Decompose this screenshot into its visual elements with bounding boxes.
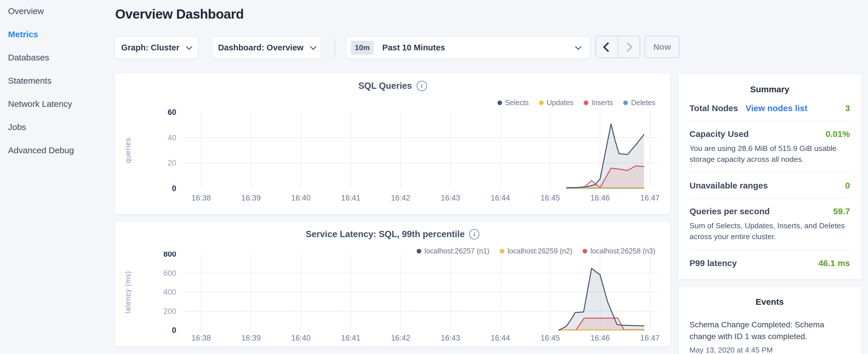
svg-text:16:41: 16:41 <box>341 334 361 342</box>
svg-text:16:38: 16:38 <box>191 334 211 342</box>
now-button[interactable]: Now <box>645 36 679 58</box>
svg-text:16:45: 16:45 <box>540 334 560 342</box>
svg-text:0: 0 <box>172 326 176 334</box>
sidebar-item-statements[interactable]: Statements <box>0 69 115 92</box>
summary-row-queries-per-second: Queries per second 59.7 Sum of Selects, … <box>689 198 850 250</box>
summary-label: Queries per second <box>689 206 770 216</box>
chevron-down-icon <box>575 43 582 50</box>
legend-item-inserts: Inserts <box>584 99 613 107</box>
legend-label: Inserts <box>591 99 613 107</box>
controls-divider <box>335 38 335 57</box>
summary-value: 3 <box>845 103 850 113</box>
chevron-down-icon <box>310 43 317 50</box>
sql-queries-chart[interactable]: 020406016:3816:3916:4016:4116:4216:4316:… <box>115 108 671 215</box>
sql-queries-chart-title: SQL Queries <box>358 81 412 91</box>
svg-text:16:40: 16:40 <box>291 194 311 202</box>
sidebar: Overview Metrics Databases Statements Ne… <box>0 0 115 162</box>
time-window-label: Past 10 Minutes <box>382 43 445 53</box>
view-nodes-list-link[interactable]: View nodes list <box>745 103 807 113</box>
legend-item-deletes: Deletes <box>623 99 655 107</box>
service-latency-chart-panel: Service Latency: SQL, 99th percentile lo… <box>115 221 671 347</box>
time-window-pager <box>595 36 640 58</box>
legend-dot-icon <box>623 100 628 105</box>
graph-scope-dropdown-label: Graph: Cluster <box>121 43 179 53</box>
svg-text:16:39: 16:39 <box>241 334 261 342</box>
summary-label: P99 latency <box>689 258 737 268</box>
summary-value: 0 <box>845 181 850 190</box>
dashboard-dropdown[interactable]: Dashboard: Overview <box>212 37 321 58</box>
svg-text:200: 200 <box>163 307 176 316</box>
summary-label: Unavailable ranges <box>689 181 768 190</box>
summary-subtext: You are using 28.6 MiB of 515.9 GiB usab… <box>689 143 850 165</box>
sql-queries-legend: SelectsUpdatesInsertsDeletes <box>497 99 655 107</box>
summary-subtext: Sum of Selects, Updates, Inserts, and De… <box>689 221 850 242</box>
svg-text:16:46: 16:46 <box>590 334 610 342</box>
info-icon[interactable] <box>469 229 479 239</box>
svg-text:16:39: 16:39 <box>241 194 261 202</box>
svg-text:600: 600 <box>163 269 176 278</box>
graph-scope-dropdown[interactable]: Graph: Cluster <box>115 37 198 58</box>
sidebar-item-overview[interactable]: Overview <box>0 0 115 23</box>
legend-label: Deletes <box>631 99 655 107</box>
sidebar-item-metrics[interactable]: Metrics <box>0 23 115 46</box>
time-window-badge: 10m <box>351 41 374 55</box>
legend-dot-icon <box>539 100 544 105</box>
service-latency-chart-title: Service Latency: SQL, 99th percentile <box>306 229 465 239</box>
summary-panel: Summary Total Nodes View nodes list 3 Ca… <box>678 74 862 280</box>
time-window-dropdown[interactable]: 10m Past 10 Minutes <box>346 37 590 58</box>
time-window-prev-button[interactable] <box>596 36 618 58</box>
svg-text:queries: queries <box>124 138 132 163</box>
chevron-right-icon <box>623 42 633 52</box>
legend-dot-icon <box>584 100 588 105</box>
sidebar-item-jobs[interactable]: Jobs <box>0 116 115 139</box>
sidebar-item-network-latency[interactable]: Network Latency <box>0 92 115 116</box>
legend-item-selects: Selects <box>497 99 529 107</box>
svg-text:16:41: 16:41 <box>341 194 361 202</box>
summary-label: Capacity Used <box>689 129 749 139</box>
sql-queries-chart-panel: SQL Queries SelectsUpdatesInsertsDeletes… <box>115 73 671 214</box>
svg-text:latency (ms): latency (ms) <box>124 271 132 313</box>
summary-value: 46.1 ms <box>818 258 850 268</box>
chevron-left-icon <box>603 42 613 52</box>
svg-text:16:40: 16:40 <box>291 334 311 342</box>
svg-text:0: 0 <box>172 184 176 193</box>
legend-label: Updates <box>547 99 574 107</box>
dashboard-dropdown-label: Dashboard: Overview <box>218 43 304 53</box>
legend-label: Selects <box>505 99 529 107</box>
events-title: Events <box>678 297 861 307</box>
summary-row-total-nodes: Total Nodes View nodes list 3 <box>689 95 850 121</box>
svg-text:16:47: 16:47 <box>640 194 660 202</box>
info-icon[interactable] <box>417 81 427 91</box>
sidebar-item-databases[interactable]: Databases <box>0 46 115 69</box>
page-title: Overview Dashboard <box>115 6 244 22</box>
svg-text:16:44: 16:44 <box>491 334 510 342</box>
svg-text:16:46: 16:46 <box>590 194 610 202</box>
svg-text:16:42: 16:42 <box>391 194 410 202</box>
event-list-item: Schema Change Completed: Schema change w… <box>678 319 861 354</box>
legend-dot-icon <box>497 100 502 105</box>
event-timestamp: May 13, 2020 at 4:45 PM <box>689 346 850 354</box>
svg-text:16:47: 16:47 <box>640 334 660 342</box>
sidebar-item-advanced-debug[interactable]: Advanced Debug <box>0 139 115 162</box>
svg-text:400: 400 <box>163 288 176 296</box>
time-window-next-button[interactable] <box>618 36 640 58</box>
event-text: Schema Change Completed: Schema change w… <box>689 319 850 343</box>
svg-text:20: 20 <box>168 159 176 167</box>
svg-text:16:45: 16:45 <box>540 194 560 202</box>
service-latency-chart[interactable]: 020040060080016:3816:3916:4016:4116:4216… <box>115 252 671 347</box>
summary-row-unavailable-ranges: Unavailable ranges 0 <box>689 173 850 198</box>
legend-item-updates: Updates <box>539 99 574 107</box>
chevron-down-icon <box>186 43 192 50</box>
svg-text:16:43: 16:43 <box>441 334 460 342</box>
summary-title: Summary <box>678 85 861 94</box>
svg-text:16:44: 16:44 <box>491 194 510 202</box>
svg-text:16:42: 16:42 <box>391 334 410 342</box>
summary-value: 0.01% <box>826 129 850 139</box>
svg-text:60: 60 <box>168 108 176 117</box>
svg-text:800: 800 <box>163 252 176 258</box>
summary-label: Total Nodes <box>689 103 738 113</box>
svg-text:40: 40 <box>168 133 176 142</box>
events-panel: Events Schema Change Completed: Schema c… <box>678 286 862 354</box>
svg-text:16:38: 16:38 <box>191 194 211 202</box>
summary-row-p99-latency: P99 latency 46.1 ms <box>689 250 850 276</box>
